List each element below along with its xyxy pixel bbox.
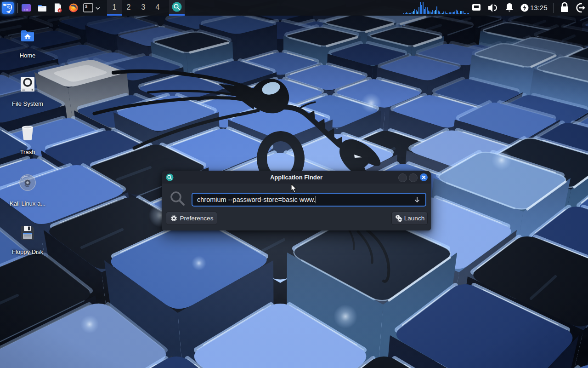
svg-text:$_: $_ [85, 5, 90, 9]
